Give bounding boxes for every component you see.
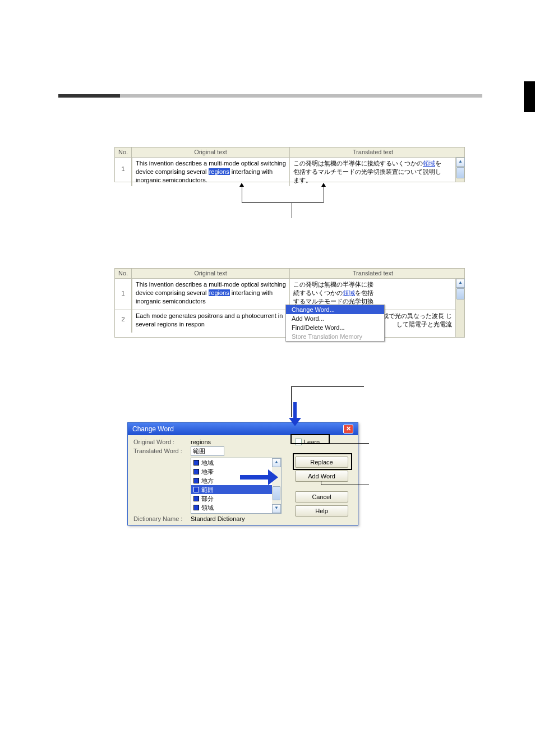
side-tab <box>524 81 535 112</box>
arrow-up-icon <box>321 183 326 187</box>
menu-store-tm: Store Translation Memory <box>286 332 384 341</box>
col-translated: Translated text <box>290 269 456 278</box>
step-text: Right-click on the highlighted word to s… <box>80 245 472 256</box>
input-translated-word[interactable] <box>191 446 224 456</box>
callout-text-learn: Select this check box to store this tran… <box>370 427 479 455</box>
callout-replace <box>293 453 352 470</box>
scroll-up-icon[interactable]: ▲ <box>272 458 281 467</box>
help-button[interactable]: Help <box>295 505 348 517</box>
menu-find-delete-word[interactable]: Find/Delete Word... <box>286 323 384 332</box>
menu-add-word[interactable]: Add Word... <box>286 314 384 323</box>
step-number: 4 <box>58 372 64 385</box>
scroll-thumb[interactable] <box>273 486 280 500</box>
value-dictionary: Standard Dictionary <box>191 515 245 522</box>
scroll-up-icon[interactable]: ▲ <box>456 279 465 288</box>
scroll-thumb[interactable] <box>456 167 464 178</box>
connector <box>292 202 292 218</box>
row-no: 2 <box>115 310 132 333</box>
dialog-title: Change Word <box>132 425 174 433</box>
scrollbar[interactable]: ▲ <box>455 279 464 337</box>
list-item[interactable]: 地域 <box>191 458 272 467</box>
list-item-selected[interactable]: 範囲 <box>191 485 272 494</box>
step-text: Select a translation from the list then … <box>80 374 472 385</box>
callout-text-addword: Click this button to add a new word that… <box>370 477 479 495</box>
add-word-button[interactable]: Add Word <box>295 471 348 482</box>
step-number: 3 <box>58 243 64 256</box>
translation-table-1: No. Original text Translated text 1 This… <box>114 147 465 182</box>
row-no: 1 <box>115 158 132 186</box>
connector <box>242 187 242 202</box>
col-original: Original text <box>132 147 290 157</box>
row-no: 1 <box>115 279 132 310</box>
translation-list[interactable]: 地域 地帯 地方 範囲 部分 領域 ▲ ▼ <box>191 458 282 514</box>
highlight-translated[interactable]: 領域 <box>423 160 435 167</box>
original-text-cell[interactable]: Each mode generates positrons and a phot… <box>132 310 290 333</box>
connector <box>321 485 369 485</box>
dialog-titlebar[interactable]: Change Word ✕ <box>128 423 358 435</box>
translated-text-cell[interactable]: 或で光の異なった波長 じして陽電子と光電流 <box>375 310 455 333</box>
hint-text: Only words used in the translation can b… <box>80 572 478 593</box>
connector <box>291 386 364 387</box>
list-item[interactable]: 部分 <box>191 494 272 503</box>
hint-block: Hint Only words used in the translation … <box>80 562 478 593</box>
page-number: 23 <box>0 727 535 734</box>
highlight-original[interactable]: regions <box>209 168 230 175</box>
arrow-right-icon <box>268 469 278 485</box>
caption-highlight: The original word and its translation ar… <box>172 221 413 231</box>
cancel-button[interactable]: Cancel <box>295 491 348 503</box>
menu-change-word[interactable]: Change Word... <box>286 305 384 314</box>
hint-heading: Hint <box>80 562 478 570</box>
arrow-down-icon <box>289 418 301 426</box>
translated-text-cell[interactable]: この発明は無機の半導体に接続するいくつかの領域を包括するマルチモードの光学切換装… <box>290 158 450 186</box>
connector <box>330 443 369 444</box>
close-icon[interactable]: ✕ <box>343 425 353 434</box>
col-no: No. <box>115 147 132 157</box>
arrow-up-icon <box>239 183 244 187</box>
list-scrollbar[interactable]: ▲ ▼ <box>272 458 281 513</box>
connector <box>324 187 324 202</box>
label-translated-word: Translated Word : <box>133 448 182 454</box>
connector <box>242 202 292 203</box>
original-text-cell[interactable]: This invention describes a multi-mode op… <box>132 158 290 186</box>
col-translated: Translated text <box>290 147 456 157</box>
connector <box>292 202 324 203</box>
list-item[interactable]: 領域 <box>191 503 272 512</box>
label-original-word: Original Word : <box>133 439 174 445</box>
sub-caption-4: The translation is replaced with the sel… <box>114 537 264 547</box>
header-rule <box>58 94 482 98</box>
chapter-title: Chapter 2 Basic Translation <box>411 66 480 72</box>
col-no: No. <box>115 269 132 278</box>
scrollbar[interactable]: ▲ <box>455 158 464 182</box>
scroll-thumb[interactable] <box>456 288 464 299</box>
sub-caption-3: The [Change Word] dialog box opens. <box>114 349 228 359</box>
scroll-up-icon[interactable]: ▲ <box>456 158 465 167</box>
scroll-down-icon[interactable]: ▼ <box>272 504 281 513</box>
step-text: In the [Sentence] translation display, d… <box>80 123 472 147</box>
callout-learn <box>290 434 330 444</box>
highlight-original[interactable]: regions <box>209 289 230 296</box>
label-dictionary: Dictionary Name : <box>133 515 182 522</box>
context-menu[interactable]: Change Word... Add Word... Find/Delete W… <box>285 305 385 342</box>
connector <box>291 386 292 417</box>
col-original: Original text <box>132 269 290 278</box>
step-number: 2 <box>58 122 64 135</box>
original-text-cell[interactable]: This invention describes a multi-mode op… <box>132 279 290 310</box>
value-original-word: regions <box>191 439 211 445</box>
highlight-translated[interactable]: 領域 <box>343 289 355 296</box>
